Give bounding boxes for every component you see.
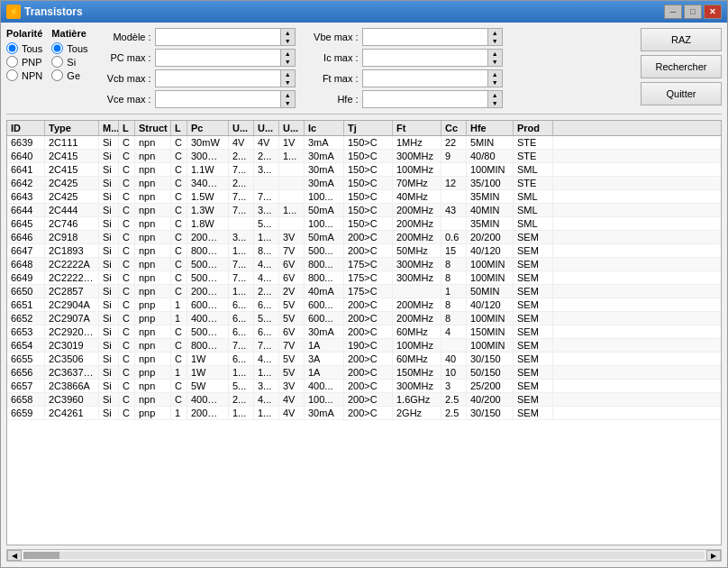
ftmax-spinner-down[interactable]: ▼ (488, 78, 502, 87)
polarite-npn-option[interactable]: NPN (6, 69, 42, 81)
icmax-input[interactable] (362, 49, 488, 67)
ftmax-spinner[interactable]: ▲ ▼ (488, 69, 503, 87)
ftmax-input[interactable] (362, 69, 488, 87)
table-row[interactable]: 66582C3960SiCnpnC400mW2...4...4V100...20… (7, 393, 721, 407)
rechercher-button[interactable]: Rechercher (641, 55, 722, 78)
col-header-ic[interactable]: Ic (305, 121, 344, 135)
table-cell: 2C425 (45, 190, 99, 203)
table-row[interactable]: 66462C918SiCnpnC200mW3...1...3V50mA200>C… (7, 231, 721, 244)
matiere-si-radio[interactable] (51, 56, 63, 68)
minimize-button[interactable]: ─ (664, 5, 682, 19)
maximize-button[interactable]: □ (684, 5, 702, 19)
scroll-thumb[interactable] (23, 552, 59, 559)
pcmax-spinner-up[interactable]: ▲ (281, 50, 295, 58)
vbemax-spinner[interactable]: ▲ ▼ (488, 28, 503, 46)
col-header-l2[interactable]: L (171, 121, 187, 135)
modele-spinner-up[interactable]: ▲ (281, 29, 295, 37)
matiere-ge-option[interactable]: Ge (51, 69, 87, 81)
polarite-tous-radio[interactable] (6, 42, 18, 54)
col-header-hfe[interactable]: Hfe (467, 121, 514, 135)
col-header-u1[interactable]: U... (229, 121, 254, 135)
icmax-spinner[interactable]: ▲ ▼ (488, 49, 503, 67)
col-header-struct[interactable]: Struct (135, 121, 171, 135)
table-cell: Si (99, 136, 119, 149)
table-row[interactable]: 66442C444SiCnpnC1.3W7...3...1...50mA150>… (7, 204, 721, 217)
matiere-tous-option[interactable]: Tous (51, 42, 87, 54)
col-header-pc[interactable]: Pc (187, 121, 229, 135)
matiere-ge-radio[interactable] (51, 69, 63, 81)
table-row[interactable]: 66552C3506SiCnpnC1W6...4...5V3A200>C60MH… (7, 353, 721, 366)
vbemax-label: Vbe max : (305, 32, 359, 42)
table-row[interactable]: 66412C415SiCnpnC1.1W7...3...30mA150>C100… (7, 163, 721, 177)
col-header-prod[interactable]: Prod (514, 121, 553, 135)
col-header-l1[interactable]: L (119, 121, 135, 135)
table-body[interactable]: 66392C111SiCnpnC30mW4V4V1V3mA150>C1MHz22… (7, 136, 721, 545)
modele-spinner[interactable]: ▲ ▼ (281, 28, 296, 46)
col-header-id[interactable]: ID (7, 121, 45, 135)
table-row[interactable]: 66432C425SiCnpnC1.5W7...7...100...150>C4… (7, 190, 721, 204)
vcemax-spinner-down[interactable]: ▼ (281, 99, 295, 107)
polarite-tous-option[interactable]: Tous (6, 42, 42, 54)
table-cell: 3mA (305, 136, 344, 149)
polarite-pnp-option[interactable]: PNP (6, 56, 42, 68)
table-cell: 300MHz (393, 380, 441, 392)
table-row[interactable]: 66572C3866ASiCnpnC5W5...3...3V400...200>… (7, 380, 721, 393)
table-cell: 200mW (187, 231, 229, 243)
ftmax-spinner-up[interactable]: ▲ (488, 70, 502, 78)
table-cell: 1 (171, 312, 187, 325)
col-header-cc[interactable]: Cc (441, 121, 467, 135)
polarite-pnp-radio[interactable] (6, 56, 18, 68)
table-row[interactable]: 66592C4261SiCpnp1200mW1...1...4V30mA200>… (7, 407, 721, 420)
col-header-u3[interactable]: U... (279, 121, 305, 135)
raz-button[interactable]: RAZ (641, 28, 722, 51)
vcemax-spinner-up[interactable]: ▲ (281, 91, 295, 99)
vcbmax-spinner[interactable]: ▲ ▼ (281, 69, 296, 87)
table-row[interactable]: 66522C2907ASiCpnp1400mW6...5...5V600...2… (7, 312, 721, 325)
table-row[interactable]: 66482C2222ASiCnpnC500mW7...4...6V800...1… (7, 258, 721, 271)
col-header-ft[interactable]: Ft (393, 121, 441, 135)
col-header-tj[interactable]: Tj (344, 121, 393, 135)
hfe-spinner-down[interactable]: ▼ (488, 99, 502, 107)
vcemax-input[interactable] (155, 90, 281, 108)
vbemax-input[interactable] (362, 28, 488, 46)
table-row[interactable]: 66452C746SiCnpnC1.8W5...100...150>C200MH… (7, 217, 721, 231)
quitter-button[interactable]: Quitter (641, 82, 722, 105)
table-row[interactable]: 66512C2904ASiCpnp1600mW6...6...5V600...2… (7, 298, 721, 312)
vcbmax-input[interactable] (155, 69, 281, 87)
pcmax-spinner[interactable]: ▲ ▼ (281, 49, 296, 67)
close-button[interactable]: ✕ (704, 5, 722, 19)
matiere-si-option[interactable]: Si (51, 56, 87, 68)
table-row[interactable]: 66532C2920KVSiCnpnC500mW6...6...6V30mA20… (7, 325, 721, 339)
table-row[interactable]: 66562C3637KVSiCpnp11W1...1...5V1A200>C15… (7, 366, 721, 380)
modele-spinner-down[interactable]: ▼ (281, 37, 295, 45)
col-header-mat[interactable]: M... (99, 121, 119, 135)
table-cell: 3... (254, 204, 279, 216)
hfe-spinner[interactable]: ▲ ▼ (488, 90, 503, 108)
icmax-spinner-down[interactable]: ▼ (488, 58, 502, 66)
pcmax-spinner-down[interactable]: ▼ (281, 58, 295, 66)
vcemax-spinner[interactable]: ▲ ▼ (281, 90, 296, 108)
table-row[interactable]: 66472C1893SiCnpnC800mW1...8...7V500...20… (7, 244, 721, 258)
matiere-tous-radio[interactable] (51, 42, 63, 54)
vcbmax-spinner-down[interactable]: ▼ (281, 78, 295, 87)
scroll-left-btn[interactable]: ◀ (7, 550, 22, 561)
table-row[interactable]: 66392C111SiCnpnC30mW4V4V1V3mA150>C1MHz22… (7, 136, 721, 150)
table-row[interactable]: 66492C2222AKBSiCnpnC500mW7...4...6V800..… (7, 271, 721, 285)
scroll-right-btn[interactable]: ▶ (706, 550, 721, 561)
pcmax-input[interactable] (155, 49, 281, 67)
col-header-u2[interactable]: U... (254, 121, 279, 135)
table-row[interactable]: 66422C425SiCnpnC340mW2...30mA150>C70MHz1… (7, 177, 721, 190)
col-header-type[interactable]: Type (45, 121, 99, 135)
hfe-input[interactable] (362, 90, 488, 108)
icmax-spinner-up[interactable]: ▲ (488, 50, 502, 58)
modele-input[interactable] (155, 28, 281, 46)
table-row[interactable]: 66402C415SiCnpnC300mW2...2...1...30mA150… (7, 150, 721, 163)
table-row[interactable]: 66542C3019SiCnpnC800mW7...7...7V1A190>C1… (7, 339, 721, 353)
polarite-npn-radio[interactable] (6, 69, 18, 81)
table-row[interactable]: 66502C2857SiCnpnC200mW1...2...2V40mA175>… (7, 285, 721, 298)
vcbmax-spinner-up[interactable]: ▲ (281, 70, 295, 78)
hfe-spinner-up[interactable]: ▲ (488, 91, 502, 99)
horizontal-scrollbar[interactable]: ◀ ▶ (6, 549, 722, 562)
vbemax-spinner-down[interactable]: ▼ (488, 37, 502, 45)
vbemax-spinner-up[interactable]: ▲ (488, 29, 502, 37)
